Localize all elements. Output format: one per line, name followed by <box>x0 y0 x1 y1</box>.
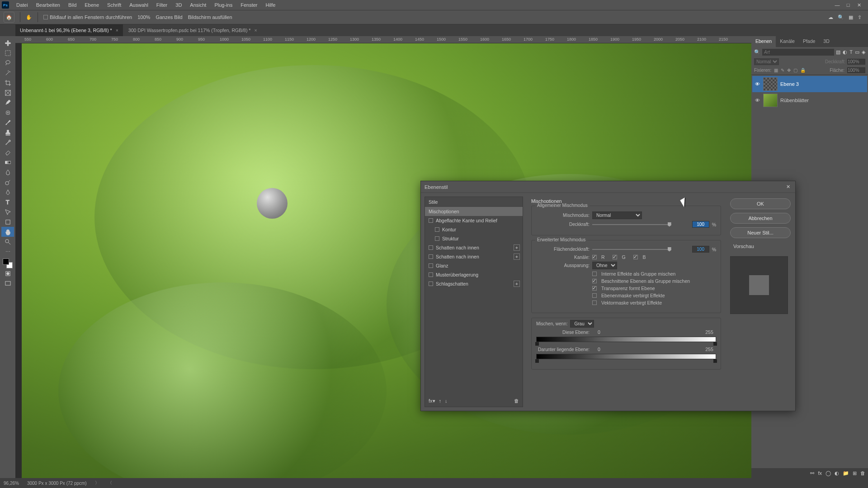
adv-check-1[interactable] <box>592 279 597 283</box>
marquee-tool[interactable] <box>1 48 14 58</box>
move-tool[interactable] <box>1 38 14 48</box>
home-icon[interactable]: 🏠 <box>4 12 14 23</box>
layer-thumbnail[interactable] <box>763 94 778 107</box>
layer-name[interactable]: Rübenblätter <box>780 98 809 103</box>
window-minimize[interactable]: — <box>834 2 841 8</box>
opacity-value[interactable]: 100 <box>692 221 709 228</box>
menu-auswahl[interactable]: Auswahl <box>126 1 152 9</box>
menu-schrift[interactable]: Schrift <box>104 1 125 9</box>
lock-artboard-icon[interactable]: ▢ <box>793 68 797 73</box>
visibility-icon[interactable]: 👁 <box>754 98 760 103</box>
tab-3d[interactable]: 3D <box>819 36 833 47</box>
path-tool[interactable] <box>1 207 14 217</box>
ok-button[interactable]: OK <box>730 198 791 209</box>
blendif-select[interactable]: Grau <box>570 320 594 328</box>
adv-check-2[interactable] <box>592 286 597 291</box>
filter-pixel-icon[interactable]: ▧ <box>836 49 840 55</box>
menu-ansicht[interactable]: Ansicht <box>186 1 210 9</box>
zoom-100-button[interactable]: 100% <box>137 14 150 20</box>
menu-ebene[interactable]: Ebene <box>81 1 103 9</box>
layer-thumbnail[interactable] <box>763 77 778 91</box>
link-layers-icon[interactable]: ⚯ <box>810 470 814 476</box>
tab-kanaele[interactable]: Kanäle <box>776 36 799 47</box>
fill-opacity-slider[interactable] <box>592 246 689 253</box>
menu-bild[interactable]: Bild <box>65 1 80 9</box>
new-style-button[interactable]: Neuer Stil... <box>730 227 791 238</box>
channel-r-checkbox[interactable] <box>592 255 597 259</box>
add-effect-icon[interactable]: + <box>514 244 520 251</box>
menu-hilfe[interactable]: Hilfe <box>262 1 279 9</box>
crop-tool[interactable] <box>1 78 14 88</box>
style-bevel[interactable]: Abgeflachte Kante und Relief <box>425 216 523 225</box>
search-icon[interactable]: 🔍 <box>838 14 844 20</box>
history-brush-tool[interactable] <box>1 137 14 147</box>
filter-shape-icon[interactable]: ▭ <box>855 49 859 55</box>
close-icon[interactable]: ✕ <box>784 183 792 191</box>
arrange-icon[interactable]: ▦ <box>849 14 853 20</box>
menu-fenster[interactable]: Fenster <box>237 1 261 9</box>
close-tab-icon[interactable]: × <box>116 28 118 33</box>
eyedropper-tool[interactable] <box>1 98 14 108</box>
layer-filter-input[interactable] <box>762 49 834 56</box>
adv-check-4[interactable] <box>592 300 597 305</box>
tab-pfade[interactable]: Pfade <box>799 36 819 47</box>
scroll-all-windows-checkbox[interactable]: Bildlauf in allen Fenstern durchführen <box>43 14 132 20</box>
style-mischoptionen[interactable]: Mischoptionen <box>425 207 523 216</box>
menu-3d[interactable]: 3D <box>172 1 185 9</box>
style-dropshadow[interactable]: Schlagschatten+ <box>425 279 523 288</box>
fit-whole-button[interactable]: Ganzes Bild <box>156 14 182 20</box>
more-tools[interactable]: ⋯ <box>1 247 14 257</box>
fill-opacity-value[interactable]: 100 <box>692 246 709 253</box>
layer-name[interactable]: Ebene 3 <box>780 81 799 87</box>
group-icon[interactable]: 📁 <box>843 470 849 476</box>
opacity-input[interactable] <box>847 59 865 65</box>
filter-type-icon[interactable]: T <box>849 49 853 55</box>
lock-pixels-icon[interactable]: ✎ <box>781 68 784 73</box>
add-effect-icon[interactable]: + <box>514 281 520 287</box>
shape-tool[interactable] <box>1 217 14 227</box>
move-up-icon[interactable]: ↑ <box>439 398 442 404</box>
chevron-right-icon[interactable]: 〉 <box>95 480 99 486</box>
style-kontur[interactable]: Kontur <box>425 225 523 234</box>
healing-tool[interactable] <box>1 108 14 117</box>
gradient-tool[interactable] <box>1 157 14 167</box>
window-close[interactable]: ✕ <box>855 2 863 8</box>
wand-tool[interactable] <box>1 68 14 78</box>
move-down-icon[interactable]: ↓ <box>445 398 448 404</box>
type-tool[interactable]: T <box>1 197 14 207</box>
zoom-tool[interactable] <box>1 237 14 247</box>
fx-icon[interactable]: fx <box>818 470 822 476</box>
layer-row[interactable]: 👁 Ebene 3 <box>752 76 867 92</box>
screenmode-tool[interactable] <box>1 278 14 288</box>
chevron-left-icon[interactable]: 〈 <box>108 480 112 486</box>
cloud-icon[interactable]: ☁ <box>828 14 833 20</box>
lock-transparency-icon[interactable]: ▦ <box>774 68 778 73</box>
frame-tool[interactable] <box>1 88 14 98</box>
brush-tool[interactable] <box>1 117 14 127</box>
dodge-tool[interactable] <box>1 177 14 187</box>
new-layer-icon[interactable]: ⊞ <box>853 470 857 476</box>
add-effect-icon[interactable]: + <box>514 253 520 260</box>
channel-g-checkbox[interactable] <box>613 255 617 259</box>
channel-b-checkbox[interactable] <box>633 255 638 259</box>
hand-tool-icon[interactable]: ✋ <box>26 14 32 20</box>
blendmode-select[interactable]: Normal <box>592 211 642 219</box>
document-tab-1[interactable]: Unbenannt-1 bei 96,3% (Ebene 3, RGB/8) *… <box>15 24 123 36</box>
filter-smart-icon[interactable]: ◈ <box>862 49 865 55</box>
color-swatch[interactable] <box>3 258 13 268</box>
quickmask-tool[interactable] <box>1 268 14 278</box>
style-inner-shadow-2[interactable]: Schatten nach innen+ <box>425 252 523 261</box>
adv-check-0[interactable] <box>592 272 597 276</box>
adv-check-3[interactable] <box>592 293 597 298</box>
pen-tool[interactable] <box>1 187 14 197</box>
fx-menu-icon[interactable]: fx▾ <box>429 398 435 404</box>
adjustment-icon[interactable]: ◐ <box>835 470 839 476</box>
menu-plugins[interactable]: Plug-ins <box>211 1 236 9</box>
under-layer-gradient[interactable] <box>536 354 716 359</box>
share-icon[interactable]: ⇪ <box>858 14 862 20</box>
layer-row[interactable]: 👁 Rübenblätter <box>752 92 867 108</box>
zoom-level[interactable]: 96,26% <box>4 481 19 486</box>
mask-icon[interactable]: ◯ <box>826 470 831 476</box>
window-maximize[interactable]: □ <box>844 2 852 8</box>
lasso-tool[interactable] <box>1 58 14 68</box>
